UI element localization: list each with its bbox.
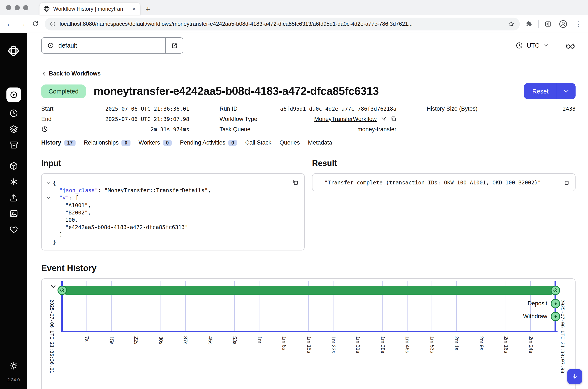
scroll-to-bottom-button[interactable] — [567, 369, 582, 384]
nav-sidebar: 2.34.0 — [0, 33, 27, 389]
task-queue-link[interactable]: money-transfer — [357, 126, 396, 132]
clock-icon — [9, 108, 18, 118]
browser-menu-icon[interactable]: ⋮ — [574, 20, 583, 28]
timeline-tick: 1m 38s — [380, 336, 386, 353]
timeline-tick: 1m 8s — [281, 336, 287, 350]
sidebar-item-workflows[interactable] — [6, 88, 21, 102]
image-icon — [9, 209, 18, 218]
timeline-tick: 22s — [133, 336, 139, 345]
window-zoom-button[interactable] — [23, 5, 28, 10]
new-tab-button[interactable]: + — [145, 5, 150, 13]
url-bar[interactable]: localhost:8080/namespaces/default/workfl… — [45, 17, 520, 30]
copy-icon — [292, 179, 299, 186]
sidebar-item-archive[interactable] — [9, 140, 18, 150]
tab-history-label: History — [41, 139, 61, 146]
tab-relationships[interactable]: Relationships 0 — [84, 139, 131, 146]
duration-clock-icon — [41, 126, 48, 132]
back-button[interactable]: ← — [6, 20, 13, 28]
workflow-type-link[interactable]: MoneyTransferWorkflow — [314, 116, 377, 122]
workflow-title: moneytransfer-e4242aa5-b08d-4183-a472-df… — [94, 85, 379, 98]
reset-button[interactable]: Reset — [524, 83, 557, 99]
timeline-time-axis — [62, 331, 557, 332]
tab-title: Workflow History | moneytran — [53, 6, 128, 12]
timeline-collapse-toggle[interactable] — [50, 283, 57, 290]
timeline-tick: 1m — [257, 336, 263, 343]
json-collapse-array-toggle[interactable] — [46, 195, 51, 200]
workflow-completed-node[interactable] — [551, 286, 560, 295]
upload-icon — [9, 193, 18, 202]
window-minimize-button[interactable] — [15, 5, 20, 10]
workflow-started-node[interactable] — [58, 286, 67, 295]
namespace-selector[interactable]: default — [41, 37, 166, 54]
workflow-tabs: History 17 Relationships 0 Workers 0 Pen… — [41, 139, 576, 150]
tab-relationships-badge: 0 — [122, 140, 131, 146]
timeline-tick: 2m 24s — [528, 336, 534, 353]
filter-funnel-icon[interactable] — [380, 116, 386, 122]
sidebar-item-batch[interactable] — [9, 124, 18, 134]
copy-input-button[interactable] — [292, 179, 299, 186]
activity-withdraw-node[interactable] — [551, 312, 560, 321]
browser-tab[interactable]: Workflow History | moneytran × — [39, 2, 140, 15]
copy-result-button[interactable] — [563, 179, 570, 186]
reload-button[interactable] — [32, 20, 39, 28]
profile-avatar-icon[interactable] — [557, 18, 568, 29]
namespace-open-button[interactable] — [166, 37, 183, 54]
detail-workflow-type: Workflow Type MoneyTransferWorkflow — [219, 114, 396, 124]
tab-workers[interactable]: Workers 0 — [139, 139, 172, 146]
sidebar-item-schedules[interactable] — [9, 108, 18, 118]
timeline-tick: 53s — [232, 336, 238, 345]
workflow-execution-bar[interactable] — [62, 286, 555, 295]
tab-metadata[interactable]: Metadata — [308, 139, 332, 146]
json-line: "v": [ — [42, 194, 304, 201]
json-line: ] — [42, 231, 304, 238]
temporal-app: 2.34.0 default UTC — [0, 33, 588, 389]
extensions-puzzle-icon[interactable] — [525, 20, 533, 28]
tab-queries-label: Queries — [279, 139, 300, 146]
timezone-selector[interactable]: UTC — [516, 42, 549, 49]
tab-call-stack-label: Call Stack — [245, 139, 272, 146]
tab-history[interactable]: History 17 — [41, 139, 76, 146]
back-to-workflows-link[interactable]: Back to Workflows — [41, 70, 101, 77]
forward-button[interactable]: → — [19, 20, 26, 28]
sidebar-item-feedback[interactable] — [9, 225, 18, 234]
tab-workers-badge: 0 — [163, 140, 172, 146]
glasses-icon — [565, 40, 576, 51]
codec-glasses-button[interactable] — [565, 40, 576, 51]
theme-toggle-sun-icon[interactable] — [9, 361, 18, 370]
history-size-label: History Size (Bytes) — [427, 105, 478, 112]
asterisk-icon — [9, 177, 18, 187]
arrow-down-icon — [571, 373, 578, 380]
tab-relationships-label: Relationships — [84, 139, 119, 146]
tab-close-icon[interactable]: × — [131, 5, 137, 12]
detail-run-id: Run ID a6fd95d1-da0c-4d2e-a77c-786f3d762… — [219, 103, 396, 114]
sidebar-item-import[interactable] — [9, 193, 18, 202]
layers-icon — [9, 124, 18, 134]
browser-toolbar: ← → localhost:8080/namespaces/default/wo… — [0, 15, 588, 33]
reset-menu-button[interactable] — [557, 83, 576, 99]
bookmark-star-icon[interactable] — [508, 20, 515, 27]
sidebar-item-deployments[interactable] — [9, 161, 18, 171]
side-panel-icon[interactable] — [544, 20, 552, 28]
json-collapse-root-toggle[interactable] — [46, 181, 51, 186]
chevron-left-icon — [41, 71, 47, 76]
copy-icon[interactable] — [390, 116, 396, 122]
activity-deposit-node[interactable] — [551, 299, 560, 308]
sidebar-item-labs[interactable] — [9, 209, 18, 218]
window-close-button[interactable] — [6, 5, 11, 10]
site-info-icon[interactable] — [50, 21, 56, 27]
timeline-start-timestamp: 2025-07-06 UTC 21:36:36.01 — [49, 299, 55, 373]
heart-icon — [9, 225, 18, 234]
timeline-tick: 2m 9s — [479, 336, 484, 350]
screen: Workflow History | moneytran × + ← → loc… — [0, 0, 588, 389]
tab-call-stack[interactable]: Call Stack — [245, 139, 272, 146]
copy-icon — [563, 179, 570, 186]
input-json-panel: { "json_class": "MoneyTransfer::Transfer… — [41, 173, 305, 251]
tab-pending-activities[interactable]: Pending Activities 0 — [180, 139, 237, 146]
back-link-label[interactable]: Back to Workflows — [49, 70, 101, 77]
sidebar-item-namespaces[interactable] — [9, 177, 18, 187]
start-value: 2025-07-06 UTC 21:36:36.01 — [105, 105, 189, 112]
detail-duration: 2m 31s 974ms — [41, 124, 189, 134]
tab-queries[interactable]: Queries — [279, 139, 300, 146]
timeline-tick: 7s — [84, 336, 90, 342]
timeline-tick: 1m 53s — [429, 336, 435, 353]
